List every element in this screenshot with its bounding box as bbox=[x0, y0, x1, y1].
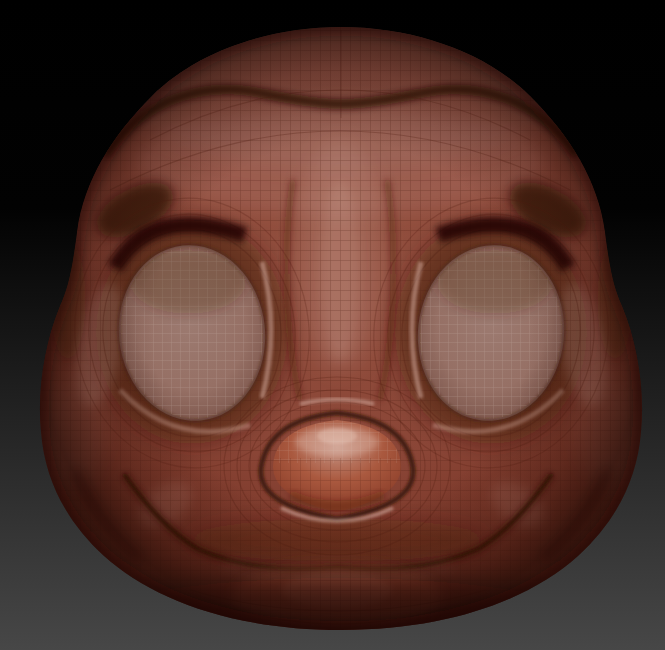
document-canvas[interactable] bbox=[0, 0, 665, 650]
edge-vignette bbox=[37, 27, 645, 630]
sculpt-viewport[interactable] bbox=[0, 0, 665, 650]
head-mesh[interactable] bbox=[28, 20, 648, 650]
